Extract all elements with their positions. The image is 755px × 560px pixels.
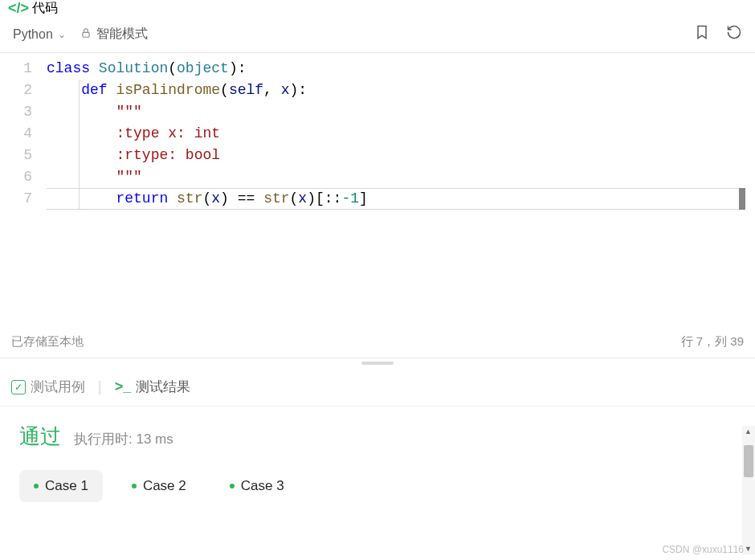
line-number: 7 — [0, 188, 32, 210]
terminal-icon: >_ — [115, 378, 132, 395]
line-number: 3 — [0, 101, 32, 123]
cursor-marker — [739, 188, 745, 210]
header: </> 代码 — [0, 0, 755, 16]
result-status: 通过 — [19, 423, 61, 451]
case-status-dot — [230, 484, 235, 488]
code-line: :rtype: bool — [47, 145, 755, 166]
scrollbar-down-icon[interactable]: ▼ — [745, 545, 752, 553]
case-label: Case 2 — [143, 478, 186, 494]
drag-handle-bar — [361, 362, 394, 365]
toolbar-left: Python ⌄ 智能模式 — [13, 26, 148, 43]
lock-icon — [80, 27, 92, 41]
smart-mode[interactable]: 智能模式 — [80, 26, 148, 43]
watermark: CSDN @xuxu1116 — [662, 544, 744, 555]
code-line: :type x: int — [47, 123, 755, 145]
result-panel: 通过 执行用时: 13 ms Case 1 Case 2 Case 3 — [0, 407, 755, 518]
smart-mode-label: 智能模式 — [96, 26, 148, 43]
case-label: Case 3 — [241, 478, 284, 494]
result-tabs: ✓ 测试用例 | >_ 测试结果 — [0, 368, 755, 407]
toolbar: Python ⌄ 智能模式 — [0, 16, 755, 53]
saved-status: 已存储至本地 — [11, 334, 84, 349]
header-title: 代码 — [32, 0, 58, 17]
line-number: 4 — [0, 123, 32, 145]
reset-icon[interactable] — [726, 24, 742, 44]
language-label: Python — [13, 27, 53, 42]
cases-list: Case 1 Case 2 Case 3 — [19, 470, 736, 502]
vertical-scrollbar[interactable]: ▲ ▼ — [742, 426, 755, 554]
language-selector[interactable]: Python ⌄ — [13, 27, 66, 42]
case-button-2[interactable]: Case 2 — [117, 470, 201, 502]
code-line: """ — [47, 101, 755, 123]
case-button-1[interactable]: Case 1 — [19, 470, 103, 502]
tab-label: 测试用例 — [31, 378, 85, 396]
line-number: 2 — [0, 80, 32, 101]
indent-guide — [79, 80, 80, 210]
runtime-info: 执行用时: 13 ms — [74, 430, 173, 448]
code-editor[interactable]: 1 2 3 4 5 6 7 class Solution(object): de… — [0, 53, 755, 326]
tab-test-cases[interactable]: ✓ 测试用例 — [11, 378, 85, 396]
code-icon: </> — [8, 0, 29, 17]
chevron-down-icon: ⌄ — [58, 29, 66, 40]
code-line: class Solution(object): — [47, 58, 755, 80]
tab-divider: | — [98, 378, 102, 395]
code-content[interactable]: class Solution(object): def isPalindrome… — [47, 53, 755, 326]
tab-label: 测试结果 — [136, 378, 190, 396]
svg-rect-0 — [83, 32, 89, 37]
scrollbar-thumb[interactable] — [744, 445, 753, 477]
result-header: 通过 执行用时: 13 ms — [19, 423, 736, 451]
line-number: 5 — [0, 145, 32, 166]
case-status-dot — [34, 484, 39, 488]
tab-test-results[interactable]: >_ 测试结果 — [115, 378, 191, 396]
case-button-3[interactable]: Case 3 — [215, 470, 299, 502]
toolbar-right — [694, 24, 742, 44]
scrollbar-up-icon[interactable]: ▲ — [745, 427, 752, 435]
code-line: """ — [47, 166, 755, 188]
panel-resize-handle[interactable] — [0, 358, 755, 368]
bookmark-icon[interactable] — [694, 24, 710, 44]
case-label: Case 1 — [45, 478, 88, 494]
line-number: 6 — [0, 166, 32, 188]
line-gutter: 1 2 3 4 5 6 7 — [0, 53, 47, 326]
case-status-dot — [132, 484, 137, 488]
cursor-position: 行 7，列 39 — [681, 334, 744, 349]
check-square-icon: ✓ — [11, 380, 26, 394]
line-number: 1 — [0, 58, 32, 80]
code-line: def isPalindrome(self, x): — [47, 80, 755, 101]
code-line: return str(x) == str(x)[::-1] — [47, 188, 755, 210]
status-bar: 已存储至本地 行 7，列 39 — [0, 326, 755, 358]
